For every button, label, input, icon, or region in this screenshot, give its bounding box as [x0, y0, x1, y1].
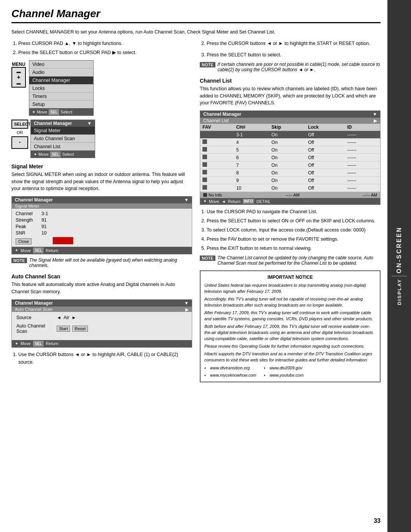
table-row: 4OnOff------ — [200, 139, 380, 146]
notice-p6: Hitachi supports the DTV transition and … — [204, 351, 376, 363]
signal-close-btn[interactable]: Close — [16, 237, 48, 244]
signal-note-text: The Signal Meter will not be available (… — [29, 257, 192, 268]
no-info-row: No Info --:-- AM --:-- AM — [200, 192, 380, 198]
sidebar-right: ON-SCREEN DISPLAY — [387, 0, 411, 532]
signal-footer: ✦ Move SEL Return — [12, 247, 192, 254]
signal-box-header: Channel Manager ▼ — [12, 197, 192, 203]
fav-checkbox[interactable] — [202, 147, 207, 152]
menu-icon: ▬ + ▬ — [11, 67, 26, 88]
auto-scan-box: Channel Manager ▼ Auto Channel Scan ▶ So… — [11, 299, 192, 348]
notice-link-4: • www.youtube.com — [264, 372, 304, 379]
source-right-arrow[interactable]: ► — [72, 315, 76, 320]
signal-sel-badge: SEL — [33, 248, 43, 253]
table-row: 9OnOff------ — [200, 177, 380, 184]
table-row: 8OnOff------ — [200, 169, 380, 177]
submenu-item-signal[interactable]: Signal Meter — [31, 127, 95, 135]
auto-scan-desc: This feature will automatically store ac… — [11, 281, 192, 296]
signal-meter-box: Channel Manager ▼ Signal Meter Channel 3… — [11, 196, 192, 254]
note-badge: NOTE — [11, 258, 27, 263]
channel-table: FAV CH# Skip Lock ID 3-1OnOff------4OnOf… — [200, 124, 380, 192]
submenu-item-auto-scan[interactable]: Auto Channel Scan — [31, 135, 95, 143]
cl-step-4: Press the FAV button to set or remove th… — [207, 235, 381, 243]
submenu-move-arrow: ✦ — [33, 152, 37, 157]
submenu-item-channel-list[interactable]: Channel List — [31, 143, 95, 150]
channel-list-move-arrow: ✦ — [203, 199, 207, 204]
fav-checkbox[interactable] — [202, 177, 207, 182]
channel-list-box: Channel Manager ▼ Channel List ▶ FAV CH#… — [200, 110, 381, 205]
fav-checkbox[interactable] — [202, 170, 207, 174]
page-title: Channel Manager — [11, 8, 381, 23]
table-row: 3-1OnOff------ — [200, 131, 380, 139]
menu-item-timers[interactable]: Timers — [29, 93, 93, 101]
table-row: 5OnOff------ — [200, 146, 380, 154]
table-row: 6OnOff------ — [200, 154, 380, 161]
fav-checkbox[interactable] — [202, 155, 207, 159]
reset-btn[interactable]: Reset — [72, 326, 88, 332]
cl-step-1: Use the CURSOR PAD to navigate the Chann… — [207, 208, 381, 216]
select-icons: SELECT OR · — [11, 120, 28, 149]
table-row: 10OnOff------ — [200, 184, 380, 192]
signal-bar-container — [53, 211, 75, 244]
auto-scan-heading: Auto Channel Scan — [11, 273, 192, 280]
fav-checkbox[interactable] — [202, 162, 207, 167]
channel-list-steps: Use the CURSOR PAD to navigate the Chann… — [207, 208, 381, 252]
menu-item-setup[interactable]: Setup — [29, 101, 93, 108]
menu-move-label: Move — [37, 110, 47, 114]
start-btn[interactable]: Start — [57, 326, 70, 332]
col-ch: CH# — [234, 124, 269, 131]
signal-note: NOTE The Signal Meter will not be availa… — [11, 257, 192, 268]
signal-row-strength: Strength 91 — [16, 217, 48, 223]
channel-list-desc: This function allows you to review which… — [200, 85, 381, 107]
col-skip: Skip — [269, 124, 306, 131]
scan-box-sub: Auto Channel Scan ▶ — [12, 307, 192, 312]
submenu-footer: ✦ Move SEL Select — [30, 151, 95, 158]
cl-step-5: Press the EXIT button to return to norma… — [207, 244, 381, 252]
source-left-arrow[interactable]: ◄ — [57, 315, 61, 320]
table-row: 7OnOff------ — [200, 161, 380, 169]
right-note: NOTE If certain channels are poor or not… — [200, 62, 381, 72]
right-note-text: If certain channels are poor or not poss… — [218, 62, 381, 72]
auto-scan-step-1: Use the CURSOR buttons ◄ or ► to highlig… — [18, 351, 192, 366]
col-fav: FAV — [200, 124, 234, 131]
signal-bar — [53, 237, 73, 244]
menu-select-label: Select — [61, 110, 72, 114]
signal-box-body: Channel 3-1 Strength 91 Peak 91 SNR — [12, 209, 192, 247]
sel-badge: SEL — [49, 109, 59, 115]
right-step-2: Press the SELECT button to select. — [207, 51, 381, 59]
fav-checkbox[interactable] — [202, 132, 207, 136]
signal-move-arrow: ✦ — [15, 248, 18, 253]
right-note-badge: NOTE — [200, 62, 215, 67]
fav-checkbox[interactable] — [202, 185, 207, 190]
intro-steps: Press CURSOR PAD ▲, ▼ to highlight funct… — [18, 40, 192, 56]
col-right: Press the CURSOR buttons ◄ or ► to highl… — [200, 40, 381, 382]
notice-link-2: • www.dtv2009.gov — [264, 365, 304, 371]
menu-ui: MENU ▬ + ▬ Video Audio Channel Manager L… — [11, 60, 192, 116]
channel-list-note: NOTE The Channel List cannot be updated … — [200, 255, 381, 266]
menu-item-locks[interactable]: Locks — [29, 85, 93, 93]
auto-scan-steps: Use the CURSOR buttons ◄ or ► to highlig… — [18, 351, 192, 366]
notice-p3: After February 17, 2009, this TV's analo… — [204, 310, 376, 322]
menu-label: MENU — [12, 62, 25, 67]
signal-row-snr: SNR 10 — [16, 230, 48, 236]
dot-icon: · — [11, 136, 28, 149]
notice-link-1: • www.dtvtransition.org — [204, 365, 256, 371]
right-steps: Press the CURSOR buttons ◄ or ► to highl… — [207, 40, 381, 47]
menu-item-channel-manager[interactable]: Channel Manager — [29, 77, 93, 85]
fav-checkbox[interactable] — [202, 139, 207, 144]
intro-step-2: Press the SELECT button or CURSOR PAD ▶ … — [18, 49, 192, 56]
sidebar-divider — [392, 276, 407, 276]
submenu-sel-badge: SEL — [50, 152, 61, 157]
scan-sel-badge: SEL — [33, 341, 43, 347]
intro-step-1: Press CURSOR PAD ▲, ▼ to highlight funct… — [18, 40, 192, 47]
scan-footer: ✦ Move SEL Return — [12, 340, 192, 347]
two-col-layout: Press CURSOR PAD ▲, ▼ to highlight funct… — [11, 40, 381, 382]
menu-item-video[interactable]: Video — [29, 61, 93, 69]
menu-item-audio[interactable]: Audio — [29, 69, 93, 77]
signal-box-sub: Signal Meter — [12, 203, 192, 209]
scan-source-row: Source ◄ Air ► — [16, 315, 187, 320]
signal-meter-heading: Signal Meter — [11, 163, 192, 169]
col-lock: Lock — [306, 124, 345, 131]
scan-box-header: Channel Manager ▼ — [12, 300, 192, 307]
intro-text: Select CHANNEL MANAGER to set your Anten… — [11, 29, 381, 36]
menu-list-container: Video Audio Channel Manager Locks Timers… — [29, 60, 94, 116]
